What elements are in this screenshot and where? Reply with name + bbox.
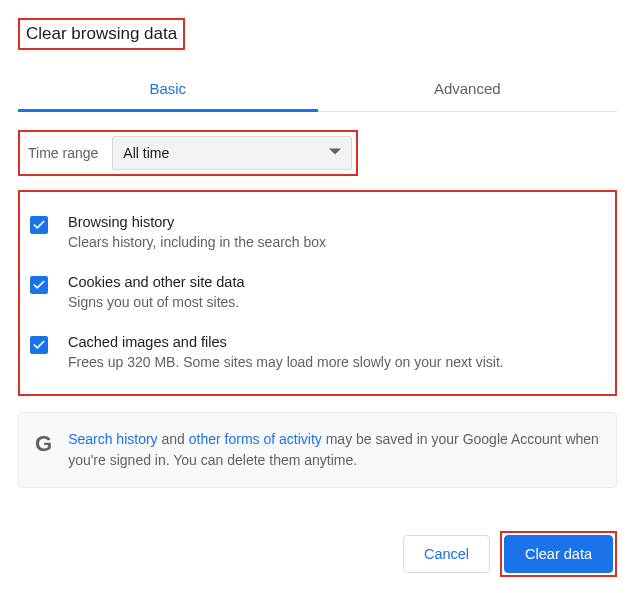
checkbox-cached[interactable] bbox=[30, 336, 48, 354]
google-logo-icon: G bbox=[35, 431, 52, 457]
option-desc: Frees up 320 MB. Some sites may load mor… bbox=[68, 354, 607, 370]
option-desc: Clears history, including in the search … bbox=[68, 234, 607, 250]
tab-basic[interactable]: Basic bbox=[18, 68, 318, 111]
info-text-fragment: and bbox=[158, 431, 189, 447]
time-range-row: Time range All time bbox=[18, 130, 358, 176]
cancel-button[interactable]: Cancel bbox=[403, 535, 490, 573]
dialog-title: Clear browsing data bbox=[20, 20, 183, 48]
link-other-activity[interactable]: other forms of activity bbox=[189, 431, 322, 447]
time-range-value: All time bbox=[123, 145, 169, 161]
tabs: Basic Advanced bbox=[18, 68, 617, 112]
chevron-down-icon bbox=[329, 145, 341, 161]
time-range-label: Time range bbox=[28, 145, 98, 161]
options-list: Browsing history Clears history, includi… bbox=[18, 190, 617, 396]
time-range-select[interactable]: All time bbox=[112, 136, 352, 170]
dialog-footer: Cancel Clear data bbox=[403, 531, 617, 577]
option-title: Browsing history bbox=[68, 214, 607, 230]
info-text: Search history and other forms of activi… bbox=[68, 429, 600, 471]
link-search-history[interactable]: Search history bbox=[68, 431, 157, 447]
option-cached: Cached images and files Frees up 320 MB.… bbox=[28, 322, 607, 382]
clear-data-button[interactable]: Clear data bbox=[504, 535, 613, 573]
option-desc: Signs you out of most sites. bbox=[68, 294, 607, 310]
checkbox-browsing-history[interactable] bbox=[30, 216, 48, 234]
option-title: Cookies and other site data bbox=[68, 274, 607, 290]
info-card: G Search history and other forms of acti… bbox=[18, 412, 617, 488]
tab-advanced[interactable]: Advanced bbox=[318, 68, 618, 111]
option-title: Cached images and files bbox=[68, 334, 607, 350]
option-cookies: Cookies and other site data Signs you ou… bbox=[28, 262, 607, 322]
option-browsing-history: Browsing history Clears history, includi… bbox=[28, 202, 607, 262]
checkbox-cookies[interactable] bbox=[30, 276, 48, 294]
